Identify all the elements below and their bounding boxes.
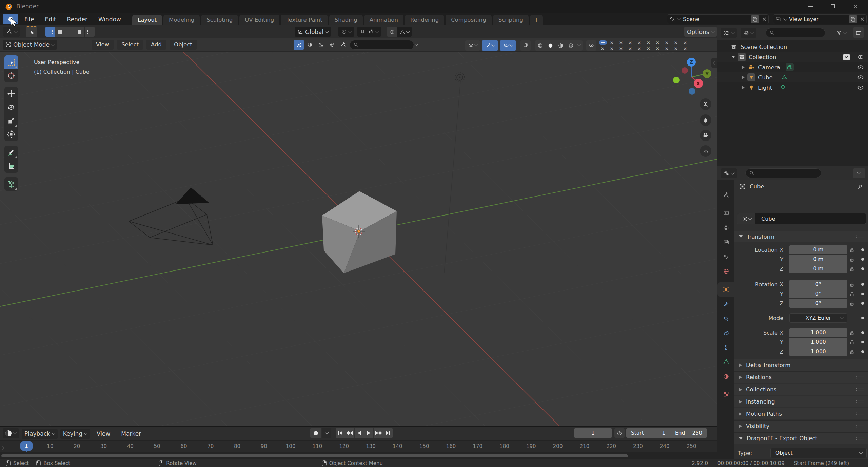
tool-rotate[interactable] — [4, 100, 18, 114]
tab-object[interactable] — [717, 282, 734, 297]
scene-selector[interactable]: Scene — [667, 14, 769, 24]
gizmo-z-neg-axis[interactable] — [689, 88, 695, 95]
animate-dot[interactable] — [861, 267, 864, 270]
missing-icon[interactable]: ✕ — [647, 40, 650, 45]
object-visibility-dropdown[interactable] — [465, 40, 480, 51]
select-mode-subtract[interactable] — [65, 27, 75, 37]
outliner-row-camera[interactable]: Camera — [717, 62, 868, 72]
menu-add[interactable]: Add — [146, 40, 166, 50]
blender-menu-button[interactable] — [3, 14, 18, 24]
tool-move[interactable] — [4, 87, 18, 100]
animate-dot[interactable] — [861, 248, 864, 251]
animate-dot[interactable] — [861, 341, 864, 343]
gizmo-y-neg-axis[interactable] — [673, 77, 680, 83]
missing-icon[interactable]: ✕ — [683, 46, 687, 51]
play-reverse-button[interactable] — [355, 428, 364, 438]
show-overlays-toggle[interactable] — [500, 40, 516, 51]
new-collection-button[interactable] — [853, 27, 864, 38]
shading-rendered-button[interactable] — [566, 40, 576, 51]
breadcrumb-object-name[interactable]: Cube — [750, 183, 764, 190]
pan-button[interactable] — [700, 114, 711, 126]
shading-material-button[interactable] — [555, 40, 566, 51]
animate-dot[interactable] — [861, 302, 864, 305]
tool-add-cube[interactable] — [4, 177, 18, 191]
disclosure-closed-icon[interactable] — [742, 76, 745, 79]
tab-animation[interactable]: Animation — [364, 15, 403, 26]
tab-particles[interactable] — [717, 312, 734, 326]
tab-modeling[interactable]: Modeling — [163, 15, 200, 26]
snap-target-icon[interactable] — [368, 29, 374, 35]
tab-constraints[interactable] — [717, 340, 734, 354]
tab-compositing[interactable]: Compositing — [446, 15, 491, 26]
disclosure-closed-icon[interactable] — [742, 66, 745, 69]
menu-window[interactable]: Window — [94, 14, 125, 25]
unlink-scene-icon[interactable] — [762, 17, 766, 21]
missing-icon[interactable]: ✕ — [628, 46, 632, 51]
lock-icon[interactable] — [849, 301, 855, 306]
shading-wireframe-button[interactable] — [535, 40, 545, 51]
scene-name[interactable]: Scene — [683, 16, 748, 22]
hide-eye-icon[interactable] — [857, 54, 864, 60]
missing-icon[interactable]: ✕ — [610, 40, 614, 45]
panel-delta-transform[interactable]: Delta Transform — [734, 359, 868, 371]
tab-rendering[interactable]: Rendering — [405, 15, 444, 26]
next-keyframe-button[interactable] — [374, 428, 383, 438]
xray-toggle[interactable] — [520, 40, 531, 51]
collection-checkbox[interactable] — [843, 54, 850, 60]
animate-dot[interactable] — [861, 331, 864, 334]
transform-orientation-dropdown[interactable]: Global — [295, 27, 331, 37]
missing-icon[interactable]: ✕ — [647, 46, 650, 51]
outliner-row-light[interactable]: Light — [717, 82, 868, 93]
viewport-canvas[interactable]: User Perspective (1) Collection | Cube — [0, 52, 717, 426]
jump-to-start-button[interactable] — [336, 428, 345, 438]
disclosure-closed-icon[interactable] — [742, 86, 745, 89]
tab-physics[interactable] — [717, 326, 734, 340]
menu-view[interactable]: View — [92, 40, 114, 50]
tab-layout[interactable]: Layout — [132, 15, 162, 26]
ortho-toggle-button[interactable] — [700, 145, 711, 157]
editor-type-timeline[interactable] — [3, 428, 19, 438]
end-frame-field[interactable]: End250 — [670, 430, 707, 436]
menu-render[interactable]: Render — [63, 14, 92, 25]
drag-handle-icon[interactable] — [856, 412, 864, 416]
active-tool-select-box[interactable] — [26, 26, 37, 37]
drag-handle-icon[interactable] — [856, 424, 864, 428]
missing-icon[interactable]: ✕ — [637, 40, 641, 45]
panel-motion-paths[interactable]: Motion Paths — [734, 408, 868, 419]
rotation-mode-dropdown[interactable]: XYZ Euler — [789, 313, 847, 323]
select-mode-set[interactable] — [45, 27, 55, 37]
light-object[interactable] — [455, 73, 465, 82]
tool-select-box[interactable] — [4, 55, 18, 69]
view-layer-selector[interactable]: View Layer — [773, 14, 867, 24]
panel-transform[interactable]: Transform — [734, 231, 868, 242]
scale-z-field[interactable]: 1.000 — [789, 347, 847, 356]
rotation-z-field[interactable]: 0° — [789, 299, 847, 308]
dff-type-dropdown[interactable]: Object — [770, 448, 867, 458]
prev-keyframe-button[interactable] — [345, 428, 355, 438]
minimize-button[interactable] — [804, 1, 817, 12]
tab-scripting[interactable]: Scripting — [493, 15, 529, 26]
start-frame-field[interactable]: Start1 — [626, 430, 670, 436]
lock-icon[interactable] — [849, 291, 855, 297]
tab-uv-editing[interactable]: UV Editing — [239, 15, 279, 26]
auto-keying-record-button[interactable] — [310, 428, 321, 438]
tool-annotate[interactable] — [4, 146, 18, 159]
tab-texture[interactable] — [717, 387, 734, 401]
tab-world[interactable] — [717, 264, 734, 278]
filter-mesh-toggle[interactable] — [294, 40, 304, 50]
timeline-scrollbar[interactable] — [0, 452, 717, 460]
keying-set-dropdown[interactable] — [322, 428, 331, 438]
outliner-display-mode[interactable] — [741, 28, 756, 38]
select-mode-invert[interactable] — [75, 27, 85, 37]
keying-menu[interactable]: Keying — [60, 429, 90, 439]
snap-magnet-icon[interactable] — [360, 29, 366, 35]
lock-icon[interactable] — [849, 339, 855, 345]
lock-icon[interactable] — [849, 257, 855, 262]
missing-icon[interactable]: ✕ — [619, 40, 623, 45]
menu-object[interactable]: Object — [170, 40, 197, 50]
animate-dot[interactable] — [861, 317, 864, 319]
close-button[interactable] — [848, 1, 862, 12]
animate-dot[interactable] — [861, 350, 864, 353]
camera-object[interactable] — [129, 187, 213, 245]
gizmo-x-axis[interactable]: X — [694, 79, 703, 88]
